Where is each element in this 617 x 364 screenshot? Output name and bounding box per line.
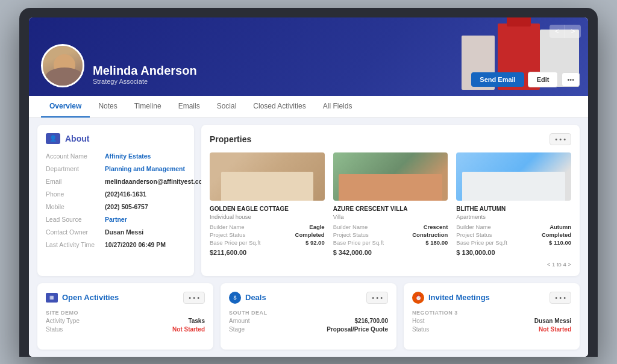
- profile-actions: Send Email Edit •••: [471, 72, 580, 87]
- deals-header-left: $ Deals: [229, 292, 266, 304]
- about-label-department: Department: [46, 165, 100, 172]
- about-field-contact-owner: Contact Owner Dusan Messi: [46, 228, 186, 236]
- property-item-3: BLITHE AUTUMN Apartments Builder Name Au…: [456, 152, 571, 256]
- property-detail-builder-1: Builder Name Eagle: [210, 224, 325, 230]
- detail-value: $ 92.00: [305, 239, 325, 246]
- detail-label: Project Status: [456, 231, 492, 238]
- meetings-status-label: Status: [412, 326, 429, 333]
- nav-forward-button[interactable]: >: [565, 25, 581, 38]
- meetings-icon: ⏰: [412, 292, 424, 304]
- detail-label: Builder Name: [456, 224, 491, 230]
- property-type-2: Villa: [333, 213, 448, 220]
- detail-value: Crescent: [424, 224, 448, 230]
- profile-info: Melinda Anderson Strategy Associate: [29, 44, 209, 96]
- about-field-email: Email melindaanderson@affinityest.com: [46, 178, 186, 185]
- property-detail-builder-2: Builder Name Crescent: [333, 224, 448, 230]
- tab-closed-activities[interactable]: Closed Activities: [245, 96, 314, 118]
- tab-social[interactable]: Social: [208, 96, 245, 118]
- detail-value: Autumn: [550, 224, 571, 230]
- deals-amount-label: Amount: [229, 318, 249, 324]
- property-detail-price-2: Base Price per Sq.ft $ 180.00: [333, 239, 448, 246]
- about-title: About: [65, 134, 89, 143]
- property-image-1: [210, 152, 325, 201]
- about-field-mobile: Mobile (202) 505-6757: [46, 203, 186, 210]
- meetings-host-label: Host: [412, 318, 425, 324]
- about-value-phone: (202)416-1631: [105, 190, 146, 198]
- open-activities-name: SITE DEMO: [46, 310, 205, 316]
- deals-amount: Amount $216,700.00: [229, 318, 388, 324]
- properties-grid: GOLDEN EAGLE COTTAGE Individual house Bu…: [210, 152, 571, 256]
- meetings-header: ⏰ Invited Meetings • • •: [412, 292, 571, 304]
- properties-title: Properties: [210, 134, 251, 144]
- property-type-1: Individual house: [210, 213, 325, 220]
- main-content: 👤 About Account Name Affinity Estates De…: [29, 118, 588, 357]
- screen: < > Melinda Anderson Strategy Associate …: [29, 17, 588, 357]
- activity-status-value: Not Started: [172, 326, 205, 333]
- deals-stage: Stage Proposal/Price Quote: [229, 326, 388, 333]
- edit-button[interactable]: Edit: [528, 72, 559, 87]
- about-label-last-activity: Last Activity Time: [46, 241, 100, 248]
- open-activities-icon: ▦: [46, 293, 58, 303]
- meetings-status-value: Not Started: [539, 326, 571, 333]
- tab-timeline[interactable]: Timeline: [126, 96, 170, 118]
- more-options-button[interactable]: •••: [562, 72, 580, 87]
- properties-header: Properties • • •: [210, 133, 571, 145]
- open-activities-header-left: ▦ Open Activities: [46, 293, 119, 303]
- profile-job-title: Strategy Associate: [93, 78, 197, 85]
- send-email-button[interactable]: Send Email: [471, 72, 524, 87]
- property-type-3: Apartments: [456, 213, 571, 220]
- about-card-header: 👤 About: [46, 133, 186, 144]
- deals-stage-label: Stage: [229, 326, 245, 333]
- open-activities-status: Status Not Started: [46, 326, 205, 333]
- meetings-more-button[interactable]: • • •: [550, 292, 571, 304]
- meetings-header-left: ⏰ Invited Meetings: [412, 292, 490, 304]
- laptop-frame: < > Melinda Anderson Strategy Associate …: [19, 8, 598, 357]
- about-card: 👤 About Account Name Affinity Estates De…: [37, 125, 194, 276]
- about-value-department: Planning and Management: [105, 165, 185, 172]
- property-detail-builder-3: Builder Name Autumn: [456, 224, 571, 230]
- invited-meetings-card: ⏰ Invited Meetings • • • NEGOTIATION 3 H…: [404, 283, 580, 350]
- property-name-1: GOLDEN EAGLE COTTAGE: [210, 206, 325, 212]
- property-detail-status-3: Project Status Completed: [456, 231, 571, 238]
- about-field-department: Department Planning and Management: [46, 165, 186, 172]
- bottom-row: ▦ Open Activities • • • SITE DEMO Activi…: [37, 283, 580, 350]
- about-label-account: Account Name: [46, 152, 100, 160]
- about-field-phone: Phone (202)416-1631: [46, 190, 186, 198]
- deals-title: Deals: [245, 293, 266, 302]
- detail-label: Builder Name: [333, 224, 368, 230]
- activity-type-label: Activity Type: [46, 318, 80, 324]
- properties-more-button[interactable]: • • •: [550, 133, 571, 145]
- tab-notes[interactable]: Notes: [90, 96, 125, 118]
- detail-value: Completed: [295, 231, 325, 238]
- property-detail-status-1: Project Status Completed: [210, 231, 325, 238]
- open-activities-type: Activity Type Tasks: [46, 318, 205, 324]
- properties-card: Properties • • • GOLDEN EAGLE COTTAGE In…: [201, 125, 580, 276]
- deals-icon: $: [229, 292, 241, 304]
- meetings-title: Invited Meetings: [428, 293, 490, 302]
- meetings-host: Host Dusan Messi: [412, 318, 571, 324]
- about-field-account: Account Name Affinity Estates: [46, 152, 186, 160]
- property-detail-status-2: Project Status Construction: [333, 231, 448, 238]
- about-value-email: melindaanderson@affinityest.com: [105, 178, 208, 185]
- deals-more-button[interactable]: • • •: [366, 292, 388, 304]
- properties-pagination: < 1 to 4 >: [210, 261, 571, 268]
- detail-value: Completed: [542, 231, 571, 238]
- tab-emails[interactable]: Emails: [170, 96, 208, 118]
- about-value-mobile: (202) 505-6757: [105, 203, 148, 210]
- tab-all-fields[interactable]: All Fields: [315, 96, 361, 118]
- about-label-phone: Phone: [46, 190, 100, 198]
- meetings-host-value: Dusan Messi: [534, 318, 571, 324]
- property-name-3: BLITHE AUTUMN: [456, 206, 571, 212]
- activity-type-value: Tasks: [188, 318, 205, 324]
- about-value-account: Affinity Estates: [105, 152, 151, 160]
- meetings-name: NEGOTIATION 3: [412, 310, 571, 316]
- detail-label: Project Status: [210, 231, 245, 238]
- open-activities-more-button[interactable]: • • •: [183, 292, 205, 304]
- property-item-2: AZURE CRESCENT VILLA Villa Builder Name …: [333, 152, 448, 256]
- about-field-lead-source: Lead Source Partner: [46, 216, 186, 223]
- property-image-2: [333, 152, 448, 201]
- tabs-bar: Overview Notes Timeline Emails Social Cl…: [29, 96, 588, 118]
- deals-header: $ Deals • • •: [229, 292, 388, 304]
- tab-overview[interactable]: Overview: [41, 96, 90, 118]
- nav-back-button[interactable]: <: [550, 25, 565, 38]
